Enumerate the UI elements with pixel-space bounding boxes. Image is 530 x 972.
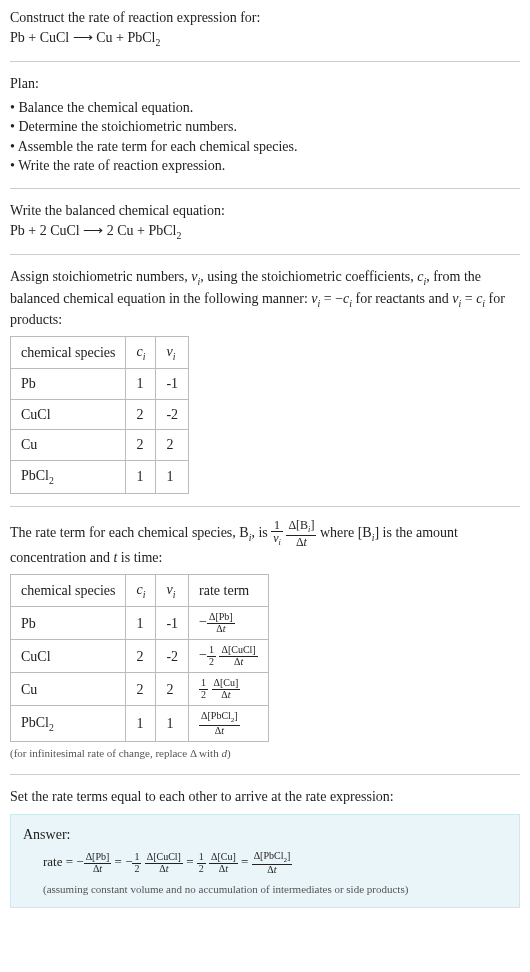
species-cell: Cu [11, 430, 126, 461]
divider [10, 506, 520, 507]
ci-cell: 1 [126, 607, 156, 640]
balanced-heading: Write the balanced chemical equation: [10, 201, 520, 221]
stoich-intro: Assign stoichiometric numbers, νi, using… [10, 267, 520, 330]
rate-expression: rate = −Δ[Pb]Δt = −12 Δ[CuCl]Δt = 12 Δ[C… [43, 851, 507, 876]
rate-term-note: (for infinitesimal rate of change, repla… [10, 746, 520, 761]
answer-label: Answer: [23, 825, 507, 845]
rate-header-vi: νi [156, 574, 189, 607]
divider [10, 188, 520, 189]
stoich-header-vi: νi [156, 336, 189, 369]
ci-cell: 1 [126, 369, 156, 400]
plan-item: Write the rate of reaction expression. [10, 156, 520, 176]
stoich-header-species: chemical species [11, 336, 126, 369]
rate-cell: 12 Δ[Cu]Δt [189, 673, 269, 706]
ci-cell: 2 [126, 673, 156, 706]
species-cell: Pb [11, 369, 126, 400]
rate-header-species: chemical species [11, 574, 126, 607]
species-cell: Pb [11, 607, 126, 640]
divider [10, 254, 520, 255]
ci-cell: 2 [126, 399, 156, 430]
table-row: Cu 2 2 [11, 430, 189, 461]
stoich-header-ci: ci [126, 336, 156, 369]
table-row: Pb 1 -1 −Δ[Pb]Δt [11, 607, 269, 640]
ci-cell: 1 [126, 706, 156, 742]
ci-cell: 2 [126, 640, 156, 673]
balanced-equation: Pb + 2 CuCl ⟶ 2 Cu + PbCl2 [10, 221, 520, 243]
plan-item: Assemble the rate term for each chemical… [10, 137, 520, 157]
divider [10, 774, 520, 775]
divider [10, 61, 520, 62]
rate-header-rate: rate term [189, 574, 269, 607]
vi-cell: 1 [156, 706, 189, 742]
vi-cell: -1 [156, 607, 189, 640]
table-row: Cu 2 2 12 Δ[Cu]Δt [11, 673, 269, 706]
rate-cell: Δ[PbCl2]Δt [189, 706, 269, 742]
table-row: CuCl 2 -2 −12 Δ[CuCl]Δt [11, 640, 269, 673]
rate-cell: −Δ[Pb]Δt [189, 607, 269, 640]
table-row: Pb 1 -1 [11, 369, 189, 400]
plan-list: Balance the chemical equation. Determine… [10, 98, 520, 176]
ci-cell: 1 [126, 461, 156, 494]
vi-cell: -1 [156, 369, 189, 400]
species-cell: PbCl2 [11, 461, 126, 494]
plan-heading: Plan: [10, 74, 520, 94]
answer-subnote: (assuming constant volume and no accumul… [43, 882, 507, 897]
table-row: PbCl2 1 1 [11, 461, 189, 494]
plan-item: Balance the chemical equation. [10, 98, 520, 118]
rate-term-table: chemical species ci νi rate term Pb 1 -1… [10, 574, 269, 742]
final-heading: Set the rate terms equal to each other t… [10, 787, 520, 807]
intro-prompt: Construct the rate of reaction expressio… [10, 8, 520, 28]
answer-box: Answer: rate = −Δ[Pb]Δt = −12 Δ[CuCl]Δt … [10, 814, 520, 908]
vi-cell: 2 [156, 673, 189, 706]
vi-cell: -2 [156, 399, 189, 430]
species-cell: CuCl [11, 399, 126, 430]
vi-cell: 1 [156, 461, 189, 494]
species-cell: Cu [11, 673, 126, 706]
rate-term-intro: The rate term for each chemical species,… [10, 519, 520, 568]
stoich-table: chemical species ci νi Pb 1 -1 CuCl 2 -2… [10, 336, 189, 494]
intro-equation: Pb + CuCl ⟶ Cu + PbCl2 [10, 28, 520, 50]
plan-item: Determine the stoichiometric numbers. [10, 117, 520, 137]
ci-cell: 2 [126, 430, 156, 461]
rate-header-ci: ci [126, 574, 156, 607]
rate-cell: −12 Δ[CuCl]Δt [189, 640, 269, 673]
vi-cell: 2 [156, 430, 189, 461]
table-row: CuCl 2 -2 [11, 399, 189, 430]
species-cell: PbCl2 [11, 706, 126, 742]
vi-cell: -2 [156, 640, 189, 673]
species-cell: CuCl [11, 640, 126, 673]
table-row: PbCl2 1 1 Δ[PbCl2]Δt [11, 706, 269, 742]
